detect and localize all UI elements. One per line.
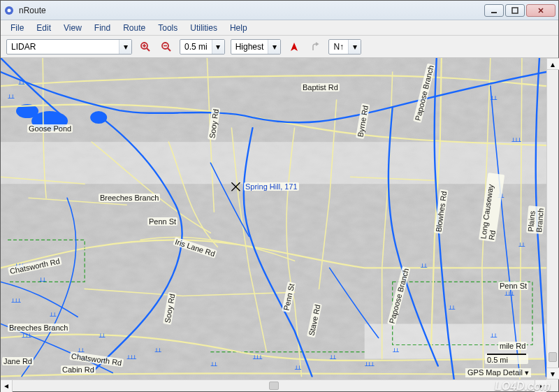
- heading-indicator[interactable]: [286, 39, 302, 55]
- svg-text:⊥⊥: ⊥⊥: [491, 94, 498, 101]
- chevron-down-icon: ▾: [348, 40, 361, 54]
- menu-bar: File Edit View Find Route Tools Utilitie…: [1, 20, 558, 36]
- scroll-up-button[interactable]: ▴: [547, 58, 559, 70]
- svg-text:⊥⊥⊥: ⊥⊥⊥: [252, 354, 263, 361]
- menu-route[interactable]: Route: [117, 22, 151, 34]
- map-label-penn-st-3: Penn St: [498, 282, 528, 290]
- menu-help[interactable]: Help: [224, 22, 253, 34]
- svg-marker-11: [291, 43, 298, 51]
- menu-file[interactable]: File: [5, 22, 29, 34]
- menu-utilities[interactable]: Utilities: [184, 22, 223, 34]
- menu-find[interactable]: Find: [89, 22, 116, 34]
- window-controls: [484, 4, 556, 17]
- zoom-level-value: 0.5 mi: [180, 42, 212, 52]
- menu-tools[interactable]: Tools: [152, 22, 183, 34]
- zoom-out-button[interactable]: [159, 39, 174, 55]
- turn-icon: [310, 42, 320, 52]
- status-gps-detail-text: GPS Map Detail: [467, 368, 523, 377]
- map-viewport[interactable]: ⊥⊥⊥⊥⊥⊥⊥⊥ ⊥⊥⊥⊥⊥⊥⊥ ⊥⊥⊥⊥⊥⊥⊥ ⊥⊥⊥⊥⊥⊥⊥ ⊥⊥⊥⊥⊥⊥⊥…: [1, 58, 546, 379]
- heading-icon: [289, 42, 299, 52]
- horizontal-scroll-thumb[interactable]: [269, 382, 279, 390]
- svg-text:⊥⊥: ⊥⊥: [421, 262, 428, 269]
- svg-rect-3: [512, 8, 518, 13]
- menu-edit[interactable]: Edit: [31, 22, 57, 34]
- scroll-down-button[interactable]: ▾: [547, 368, 559, 379]
- svg-text:⊥⊥: ⊥⊥: [18, 79, 25, 86]
- svg-text:⊥⊥: ⊥⊥: [39, 276, 46, 283]
- svg-text:⊥⊥: ⊥⊥: [99, 333, 106, 340]
- map-source-value: LIDAR: [7, 42, 119, 52]
- minimize-button[interactable]: [484, 4, 504, 17]
- svg-text:⊥⊥⊥: ⊥⊥⊥: [504, 290, 515, 297]
- zoom-out-icon: [161, 41, 172, 52]
- window-title: nRoute: [19, 6, 480, 15]
- toolbar: LIDAR ▾ 0.5 mi ▾ Highest ▾: [1, 36, 558, 58]
- map-canvas: ⊥⊥⊥⊥⊥⊥⊥⊥ ⊥⊥⊥⊥⊥⊥⊥ ⊥⊥⊥⊥⊥⊥⊥ ⊥⊥⊥⊥⊥⊥⊥ ⊥⊥⊥⊥⊥⊥⊥…: [1, 58, 546, 379]
- svg-line-5: [147, 48, 150, 51]
- scale-bar: 0.5 mi: [485, 354, 528, 364]
- svg-text:⊥⊥: ⊥⊥: [330, 354, 337, 361]
- svg-line-9: [168, 48, 170, 51]
- map-label-breeches-branch: Breeches Branch: [99, 194, 160, 202]
- horizontal-scroll-track[interactable]: [13, 380, 535, 391]
- menu-view[interactable]: View: [58, 22, 87, 34]
- north-value: N↑: [329, 42, 348, 52]
- map-label-spring-hill: Spring Hill, 171: [244, 182, 299, 191]
- vertical-scroll-track[interactable]: [547, 70, 558, 368]
- horizontal-scrollbar[interactable]: ◂ ▸: [1, 379, 546, 391]
- map-source-select[interactable]: LIDAR ▾: [6, 39, 132, 55]
- title-bar[interactable]: nRoute: [1, 1, 558, 20]
- chevron-down-icon: ▾: [119, 40, 131, 54]
- svg-text:⊥⊥⊥: ⊥⊥⊥: [22, 333, 32, 340]
- app-window: nRoute File Edit View Find Route Tools U…: [0, 0, 559, 392]
- chevron-down-icon: ▾: [268, 40, 280, 54]
- svg-text:⊥⊥: ⊥⊥: [50, 311, 57, 318]
- app-icon: [3, 5, 15, 16]
- maximize-button[interactable]: [505, 4, 525, 17]
- map-label-cabin-rd: Cabin Rd: [61, 365, 96, 374]
- scroll-right-button[interactable]: ▸: [535, 380, 546, 392]
- vertical-scroll-thumb[interactable]: [549, 352, 557, 362]
- map-label-penn-st: Penn St: [147, 217, 177, 226]
- close-button[interactable]: [526, 4, 556, 17]
- map-label-jane-rd: Jane Rd: [2, 357, 34, 365]
- svg-rect-2: [491, 12, 497, 13]
- svg-text:⊥⊥: ⊥⊥: [491, 333, 498, 340]
- svg-text:⊥⊥⊥: ⊥⊥⊥: [126, 354, 137, 361]
- svg-text:⊥⊥⊥: ⊥⊥⊥: [511, 136, 522, 143]
- status-gps-detail: GPS Map Detail ▾: [465, 368, 531, 377]
- turn-button: [307, 39, 323, 55]
- zoom-level-select[interactable]: 0.5 mi ▾: [180, 39, 225, 55]
- svg-point-19: [90, 111, 107, 124]
- svg-text:⊥⊥: ⊥⊥: [210, 361, 217, 368]
- svg-text:⊥⊥: ⊥⊥: [154, 347, 161, 354]
- svg-text:⊥⊥: ⊥⊥: [449, 304, 456, 311]
- svg-text:⊥⊥: ⊥⊥: [295, 364, 302, 371]
- map-label-baptist-rd: Baptist Rd: [301, 83, 340, 92]
- svg-rect-15: [1, 142, 546, 184]
- scroll-left-button[interactable]: ◂: [1, 380, 13, 392]
- detail-level-value: Highest: [231, 42, 268, 52]
- scale-bar-text: 0.5 mi: [487, 356, 508, 364]
- zoom-in-button[interactable]: [138, 39, 153, 55]
- bottom-scroll-row: ◂ ▸: [1, 379, 558, 391]
- svg-text:⊥⊥: ⊥⊥: [518, 241, 525, 248]
- svg-text:⊥⊥: ⊥⊥: [8, 93, 15, 100]
- scroll-corner: [546, 379, 558, 391]
- map-label-plains-branch: Plains Branch: [526, 205, 545, 234]
- map-label-mile-rd: mile Rd: [498, 342, 527, 350]
- map-label-breeches-branch-2: Breeches Branch: [8, 324, 69, 332]
- map-label-goose-pond: Goose Pond: [27, 124, 73, 133]
- svg-text:⊥⊥⊥: ⊥⊥⊥: [365, 361, 375, 368]
- svg-text:⊥⊥: ⊥⊥: [393, 347, 400, 354]
- north-select[interactable]: N↑ ▾: [328, 39, 361, 55]
- zoom-in-icon: [140, 41, 151, 52]
- chevron-down-icon: ▾: [212, 40, 224, 54]
- svg-text:⊥⊥⊥: ⊥⊥⊥: [11, 297, 22, 304]
- content-area: ⊥⊥⊥⊥⊥⊥⊥⊥ ⊥⊥⊥⊥⊥⊥⊥ ⊥⊥⊥⊥⊥⊥⊥ ⊥⊥⊥⊥⊥⊥⊥ ⊥⊥⊥⊥⊥⊥⊥…: [1, 58, 558, 379]
- detail-level-select[interactable]: Highest ▾: [231, 39, 282, 55]
- svg-point-1: [8, 8, 11, 12]
- vertical-scrollbar[interactable]: ▴ ▾: [546, 58, 558, 379]
